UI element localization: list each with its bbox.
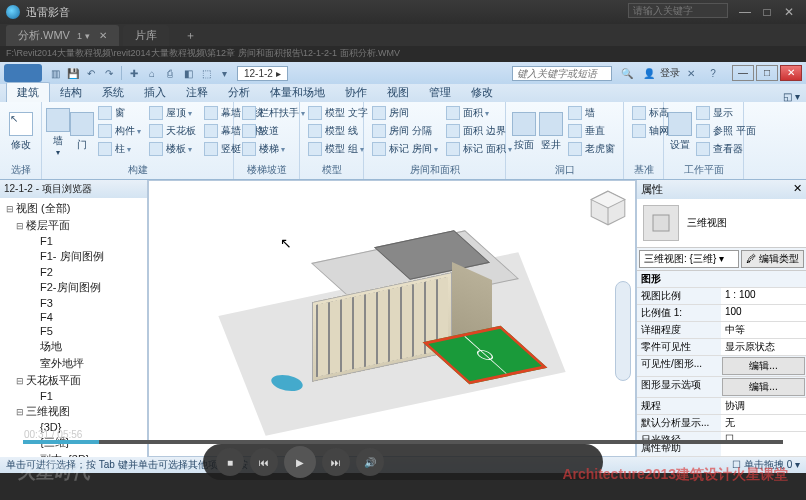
help-search-input[interactable] — [512, 66, 612, 81]
tree-item[interactable]: F3 — [0, 296, 147, 310]
area-boundary-button[interactable]: 面积 边界 — [444, 122, 514, 140]
tree-item[interactable]: F1 — [0, 389, 147, 403]
model-group-button[interactable]: 模型 组▾ — [306, 140, 370, 158]
tree-item[interactable]: 副本: {3D} — [0, 451, 147, 457]
play-button[interactable]: ▶ — [284, 446, 316, 478]
set-button[interactable]: 设置 — [668, 104, 692, 160]
property-row[interactable]: 可见性/图形...编辑... — [637, 356, 806, 377]
tree-item[interactable]: 室外地坪 — [0, 355, 147, 372]
vertical-button[interactable]: 垂直 — [566, 122, 617, 140]
window-button[interactable]: 窗 — [96, 104, 143, 122]
player-search-input[interactable] — [628, 3, 728, 18]
stair-button[interactable]: 楼梯▾ — [240, 140, 307, 158]
tree-item[interactable]: ⊟天花板平面 — [0, 372, 147, 389]
qat-icon[interactable]: ⌂ — [144, 65, 160, 81]
byface-button[interactable]: 按面 — [510, 104, 537, 160]
ribbon-help-icon[interactable]: ◱ ▾ — [783, 91, 800, 102]
qat-icon[interactable]: ◧ — [180, 65, 196, 81]
model-line-button[interactable]: 模型 线 — [306, 122, 370, 140]
tag-room-button[interactable]: 标记 房间▾ — [370, 140, 440, 158]
ribbon-tab-arch[interactable]: 建筑 — [6, 82, 50, 102]
navigation-bar[interactable] — [615, 281, 631, 381]
shaft-button[interactable]: 竖井 — [537, 104, 564, 160]
tree-item[interactable]: ⊟视图 (全部) — [0, 200, 147, 217]
search-icon[interactable]: 🔍 — [619, 65, 635, 81]
user-icon[interactable]: 👤 — [641, 65, 657, 81]
tag-area-button[interactable]: 标记 面积▾ — [444, 140, 514, 158]
ribbon-tab[interactable]: 视图 — [377, 83, 419, 102]
edit-type-button[interactable]: 🖉 编辑类型 — [741, 250, 804, 268]
dormer-button[interactable]: 老虎窗 — [566, 140, 617, 158]
property-row[interactable]: 比例值 1:100 — [637, 305, 806, 322]
tree-item[interactable]: F2 — [0, 265, 147, 279]
properties-grid[interactable]: 图形视图比例1 : 100比例值 1:100详细程度中等零件可见性显示原状态可见… — [637, 271, 806, 440]
ribbon-tab[interactable]: 注释 — [176, 83, 218, 102]
exchange-icon[interactable]: ✕ — [683, 65, 699, 81]
ribbon-tab[interactable]: 结构 — [50, 83, 92, 102]
property-row[interactable]: 零件可见性显示原状态 — [637, 339, 806, 356]
tree-item[interactable]: 场地 — [0, 338, 147, 355]
player-min-button[interactable]: — — [734, 5, 756, 19]
prev-button[interactable]: ⏮ — [250, 448, 278, 476]
view-canvas[interactable]: ↖ — [148, 180, 636, 457]
tree-item[interactable]: ⊟三维视图 — [0, 403, 147, 420]
property-row[interactable]: 规程协调 — [637, 398, 806, 415]
ceiling-button[interactable]: 天花板 — [147, 122, 198, 140]
property-row[interactable]: 图形显示选项编辑... — [637, 377, 806, 398]
doc-title-dropdown[interactable]: 12-1-2 ▸ — [237, 66, 288, 81]
tree-item[interactable]: F1 — [0, 234, 147, 248]
tree-item[interactable]: F1- 房间图例 — [0, 248, 147, 265]
ribbon-tab[interactable]: 管理 — [419, 83, 461, 102]
modify-button[interactable]: ↖修改 — [4, 104, 37, 160]
player-max-button[interactable]: □ — [756, 5, 778, 19]
component-button[interactable]: 构件▾ — [96, 122, 143, 140]
player-tab-video[interactable]: 分析.WMV 1 ▾ ✕ — [6, 25, 119, 46]
show-button[interactable]: 显示 — [694, 104, 758, 122]
property-row[interactable]: 详细程度中等 — [637, 322, 806, 339]
room-button[interactable]: 房间 — [370, 104, 440, 122]
tree-item[interactable]: ⊟楼层平面 — [0, 217, 147, 234]
next-button[interactable]: ⏭ — [322, 448, 350, 476]
tab-close-icon[interactable]: ✕ — [99, 30, 107, 41]
view-cube[interactable] — [587, 187, 629, 229]
revit-max-button[interactable]: □ — [756, 65, 778, 81]
tree-item[interactable]: F5 — [0, 324, 147, 338]
player-tab-add[interactable]: ＋ — [173, 25, 208, 46]
save-icon[interactable]: 💾 — [65, 65, 81, 81]
instance-selector[interactable]: 三维视图: {三维} ▾ — [639, 250, 739, 268]
player-tab-library[interactable]: 片库 — [123, 25, 169, 46]
ribbon-tab[interactable]: 分析 — [218, 83, 260, 102]
property-row[interactable]: 默认分析显示...无 — [637, 415, 806, 432]
floor-button[interactable]: 楼板▾ — [147, 140, 198, 158]
browser-tree[interactable]: ⊟视图 (全部)⊟楼层平面F1F1- 房间图例F2F2-房间图例F3F4F5场地… — [0, 198, 147, 457]
model-text-button[interactable]: 模型 文字 — [306, 104, 370, 122]
revit-close-button[interactable]: ✕ — [780, 65, 802, 81]
open-icon[interactable]: ▥ — [47, 65, 63, 81]
app-menu-button[interactable] — [4, 64, 42, 82]
room-sep-button[interactable]: 房间 分隔 — [370, 122, 440, 140]
qat-icon[interactable]: ⎙ — [162, 65, 178, 81]
door-button[interactable]: 门 — [70, 104, 94, 160]
ribbon-tab[interactable]: 修改 — [461, 83, 503, 102]
wall-button[interactable]: 墙▾ — [46, 104, 70, 160]
property-row[interactable]: 日光路径☐ — [637, 432, 806, 440]
login-label[interactable]: 登录 — [660, 66, 680, 80]
ribbon-tab[interactable]: 体量和场地 — [260, 83, 335, 102]
wall-opening-button[interactable]: 墙 — [566, 104, 617, 122]
ribbon-tab[interactable]: 系统 — [92, 83, 134, 102]
ramp-button[interactable]: 坡道 — [240, 122, 307, 140]
railing-button[interactable]: 栏杆扶手▾ — [240, 104, 307, 122]
redo-icon[interactable]: ↷ — [101, 65, 117, 81]
qat-icon[interactable]: ✚ — [126, 65, 142, 81]
stop-button[interactable]: ■ — [216, 448, 244, 476]
undo-icon[interactable]: ↶ — [83, 65, 99, 81]
revit-min-button[interactable]: — — [732, 65, 754, 81]
ribbon-tab[interactable]: 协作 — [335, 83, 377, 102]
ribbon-tab[interactable]: 插入 — [134, 83, 176, 102]
roof-button[interactable]: 屋顶▾ — [147, 104, 198, 122]
volume-button[interactable]: 🔊 — [356, 448, 384, 476]
qat-icon[interactable]: ▾ — [216, 65, 232, 81]
tree-item[interactable]: F2-房间图例 — [0, 279, 147, 296]
column-button[interactable]: 柱▾ — [96, 140, 143, 158]
refplane-button[interactable]: 参照 平面 — [694, 122, 758, 140]
